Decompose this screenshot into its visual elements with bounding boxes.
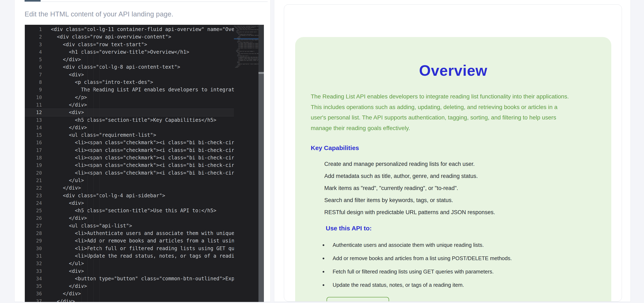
- line-number[interactable]: 20: [25, 169, 51, 177]
- line-number[interactable]: 34: [25, 275, 51, 283]
- code-line[interactable]: 15 <ul class="requirement-list">: [25, 131, 234, 139]
- code-text: <h5 class="section-title">Key Capabiliti…: [51, 116, 216, 124]
- code-text: <div class="col-lg-4 api-sidebar">: [51, 192, 165, 199]
- code-line[interactable]: 25 <h5 class="section-title">Use this AP…: [25, 207, 234, 214]
- editor-scrollbar[interactable]: [258, 25, 264, 302]
- code-line[interactable]: 14 </div>: [25, 124, 234, 131]
- line-number[interactable]: 28: [25, 230, 51, 237]
- html-code-editor[interactable]: 1 <div class="col-lg-11 container-fluid …: [25, 25, 264, 302]
- code-line[interactable]: 32 </ul>: [25, 260, 234, 267]
- line-number[interactable]: 35: [25, 283, 51, 290]
- minimap-line: <h5 class="section-title">Use this API t…: [234, 53, 258, 54]
- line-number[interactable]: 2: [25, 33, 51, 40]
- code-line[interactable]: 18 <li><span class="checkmark"><i class=…: [25, 154, 234, 161]
- code-line[interactable]: 26 </div>: [25, 214, 234, 222]
- line-number[interactable]: 4: [25, 48, 51, 56]
- code-line[interactable]: 34 <button type="button" class="common-b…: [25, 275, 234, 283]
- code-line[interactable]: 1 <div class="col-lg-11 container-fluid …: [25, 25, 234, 33]
- minimap-line: <li>Update the read status, notes, or ta…: [234, 60, 258, 61]
- line-number[interactable]: 31: [25, 252, 51, 260]
- code-line[interactable]: 12 <div>: [25, 109, 234, 116]
- code-text: The Reading List API enables developers …: [51, 86, 234, 93]
- line-number[interactable]: 23: [25, 192, 51, 199]
- code-line[interactable]: 5 </div>: [25, 56, 234, 63]
- line-number[interactable]: 15: [25, 131, 51, 139]
- line-number[interactable]: 7: [25, 71, 51, 78]
- code-line[interactable]: 36 </div>: [25, 290, 234, 298]
- code-lines[interactable]: 1 <div class="col-lg-11 container-fluid …: [25, 25, 234, 302]
- line-number[interactable]: 5: [25, 56, 51, 63]
- code-text: <p class="intro-text-des">: [51, 78, 153, 86]
- line-number[interactable]: 29: [25, 237, 51, 245]
- capability-item: Mark items as "read", "currently reading…: [324, 182, 596, 194]
- code-line[interactable]: 10 </p>: [25, 94, 234, 101]
- line-number[interactable]: 3: [25, 41, 51, 48]
- code-line[interactable]: 19 <li><span class="checkmark"><i class=…: [25, 161, 234, 169]
- line-number[interactable]: 37: [25, 298, 51, 302]
- line-number[interactable]: 32: [25, 260, 51, 267]
- code-line[interactable]: 9 The Reading List API enables developer…: [25, 86, 234, 93]
- api-overview-hero: Overview The Reading List API enables de…: [295, 37, 611, 302]
- line-number[interactable]: 36: [25, 290, 51, 298]
- line-number[interactable]: 17: [25, 147, 51, 154]
- code-text: <h1 class="overview-title">Overview</h1>: [51, 48, 189, 56]
- code-line[interactable]: 7 <div>: [25, 71, 234, 78]
- intro-paragraph: The Reading List API enables developers …: [311, 91, 596, 133]
- code-line[interactable]: 6 <div class="col-lg-8 api-content-text"…: [25, 63, 234, 71]
- code-line[interactable]: 31 <li>Update the read status, notes, or…: [25, 252, 234, 260]
- code-line[interactable]: 24 <div>: [25, 199, 234, 207]
- code-text: <div class="row api-overview-content">: [51, 33, 171, 40]
- line-number[interactable]: 9: [25, 86, 51, 93]
- code-text: </div>: [51, 56, 81, 63]
- line-number[interactable]: 1: [25, 25, 51, 33]
- line-number[interactable]: 14: [25, 124, 51, 131]
- capabilities-list: Create and manage personalized reading l…: [324, 158, 596, 218]
- code-line[interactable]: 22 </div>: [25, 184, 234, 192]
- code-line[interactable]: 37 </div>: [25, 298, 234, 302]
- code-line[interactable]: 8 <p class="intro-text-des">: [25, 78, 234, 86]
- code-line[interactable]: 3 <div class="row text-start">: [25, 41, 234, 48]
- code-line[interactable]: 20 <li><span class="checkmark"><i class=…: [25, 169, 234, 177]
- use-api-item: Authenticate users and associate them wi…: [311, 238, 596, 252]
- line-number[interactable]: 19: [25, 161, 51, 169]
- indent-guide: [100, 25, 100, 302]
- line-number[interactable]: 33: [25, 268, 51, 275]
- line-number[interactable]: 16: [25, 139, 51, 146]
- line-number[interactable]: 27: [25, 222, 51, 230]
- line-number[interactable]: 11: [25, 101, 51, 109]
- code-line[interactable]: 29 <li>Add or remove books and articles …: [25, 237, 234, 245]
- code-line[interactable]: 33 <div>: [25, 268, 234, 275]
- line-number[interactable]: 10: [25, 94, 51, 101]
- line-number[interactable]: 25: [25, 207, 51, 214]
- line-number[interactable]: 18: [25, 154, 51, 161]
- code-line[interactable]: 11 </div>: [25, 101, 234, 109]
- line-number[interactable]: 6: [25, 63, 51, 71]
- code-text: </div>: [51, 184, 81, 192]
- line-number[interactable]: 8: [25, 78, 51, 86]
- tab-bar-divider: [24, 1, 268, 2]
- code-line[interactable]: 27 <ul class="api-list">: [25, 222, 234, 230]
- code-text: <div>: [51, 268, 84, 275]
- line-number[interactable]: 26: [25, 214, 51, 222]
- scrollbar-marker: [258, 72, 264, 74]
- code-line[interactable]: 2 <div class="row api-overview-content">: [25, 33, 234, 40]
- editor-minimap[interactable]: <div class="col-lg-11 container-fluid ap…: [234, 25, 258, 302]
- code-line[interactable]: 35 </div>: [25, 283, 234, 290]
- code-line[interactable]: 30 <li>Fetch full or filtered reading li…: [25, 245, 234, 252]
- line-number[interactable]: 22: [25, 184, 51, 192]
- code-line[interactable]: 23 <div class="col-lg-4 api-sidebar">: [25, 192, 234, 199]
- line-number[interactable]: 30: [25, 245, 51, 252]
- line-number[interactable]: 21: [25, 177, 51, 184]
- code-line[interactable]: 28 <li>Authenticate users and associate …: [25, 230, 234, 237]
- code-line[interactable]: 17 <li><span class="checkmark"><i class=…: [25, 147, 234, 154]
- code-line[interactable]: 4 <h1 class="overview-title">Overview</h…: [25, 48, 234, 56]
- line-number[interactable]: 12: [25, 109, 51, 116]
- explore-api-docs-button[interactable]: Explore API Docs: [326, 297, 389, 302]
- code-line[interactable]: 13 <h5 class="section-title">Key Capabil…: [25, 116, 234, 124]
- code-line[interactable]: 21 </ul>: [25, 177, 234, 184]
- line-number[interactable]: 24: [25, 199, 51, 207]
- line-number[interactable]: 13: [25, 116, 51, 124]
- scrollbar-thumb[interactable]: [258, 74, 264, 302]
- code-line[interactable]: 16 <li><span class="checkmark"><i class=…: [25, 139, 234, 146]
- code-text: <div>: [51, 199, 84, 207]
